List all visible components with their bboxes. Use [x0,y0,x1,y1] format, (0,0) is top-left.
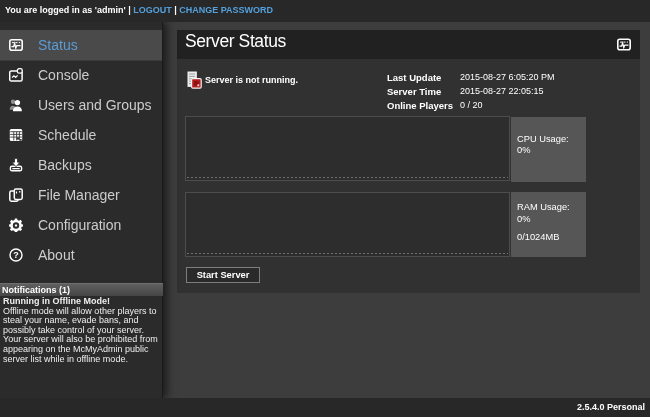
svg-text:?: ? [13,250,19,260]
